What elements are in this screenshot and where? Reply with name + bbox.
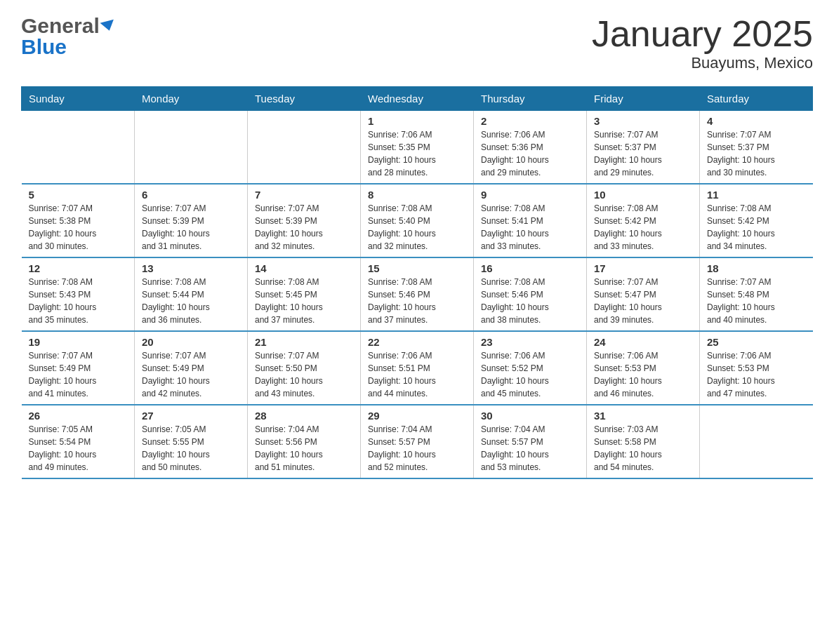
day-info: Sunrise: 7:03 AM Sunset: 5:58 PM Dayligh… [594,423,692,474]
logo: General Blue [21,14,115,59]
day-number: 12 [29,262,128,274]
calendar-cell: 28Sunrise: 7:04 AM Sunset: 5:56 PM Dayli… [248,405,361,478]
calendar-cell: 20Sunrise: 7:07 AM Sunset: 5:49 PM Dayli… [135,331,248,405]
calendar-cell: 25Sunrise: 7:06 AM Sunset: 5:53 PM Dayli… [700,331,813,405]
calendar-cell: 11Sunrise: 7:08 AM Sunset: 5:42 PM Dayli… [700,184,813,257]
day-number: 11 [707,189,806,201]
day-number: 16 [481,262,579,274]
day-info: Sunrise: 7:07 AM Sunset: 5:48 PM Dayligh… [707,276,806,326]
calendar-cell: 2Sunrise: 7:06 AM Sunset: 5:36 PM Daylig… [474,111,587,185]
day-number: 6 [142,189,240,201]
day-of-week-header: Saturday [700,87,813,111]
calendar-cell: 31Sunrise: 7:03 AM Sunset: 5:58 PM Dayli… [587,405,700,478]
day-info: Sunrise: 7:06 AM Sunset: 5:53 PM Dayligh… [594,349,692,400]
calendar-cell: 6Sunrise: 7:07 AM Sunset: 5:39 PM Daylig… [135,184,248,257]
day-of-week-header: Thursday [474,87,587,111]
day-info: Sunrise: 7:08 AM Sunset: 5:42 PM Dayligh… [707,202,806,253]
day-number: 5 [29,189,128,201]
day-info: Sunrise: 7:08 AM Sunset: 5:44 PM Dayligh… [142,276,240,326]
day-info: Sunrise: 7:07 AM Sunset: 5:38 PM Dayligh… [29,202,128,253]
day-of-week-header: Tuesday [248,87,361,111]
day-info: Sunrise: 7:05 AM Sunset: 5:54 PM Dayligh… [29,423,128,474]
day-info: Sunrise: 7:08 AM Sunset: 5:41 PM Dayligh… [481,202,579,253]
day-info: Sunrise: 7:08 AM Sunset: 5:45 PM Dayligh… [255,276,353,326]
day-info: Sunrise: 7:08 AM Sunset: 5:40 PM Dayligh… [368,202,466,253]
calendar-cell: 9Sunrise: 7:08 AM Sunset: 5:41 PM Daylig… [474,184,587,257]
day-of-week-header: Monday [135,87,248,111]
day-number: 24 [594,336,692,348]
calendar-cell: 10Sunrise: 7:08 AM Sunset: 5:42 PM Dayli… [587,184,700,257]
day-info: Sunrise: 7:05 AM Sunset: 5:55 PM Dayligh… [142,423,240,474]
day-info: Sunrise: 7:06 AM Sunset: 5:35 PM Dayligh… [368,128,466,179]
day-number: 29 [368,410,466,422]
day-info: Sunrise: 7:08 AM Sunset: 5:46 PM Dayligh… [481,276,579,326]
calendar-cell [135,111,248,185]
day-info: Sunrise: 7:08 AM Sunset: 5:43 PM Dayligh… [29,276,128,326]
day-info: Sunrise: 7:07 AM Sunset: 5:49 PM Dayligh… [29,349,128,400]
calendar-cell: 1Sunrise: 7:06 AM Sunset: 5:35 PM Daylig… [361,111,474,185]
day-number: 30 [481,410,579,422]
calendar-cell: 27Sunrise: 7:05 AM Sunset: 5:55 PM Dayli… [135,405,248,478]
calendar-week-row: 5Sunrise: 7:07 AM Sunset: 5:38 PM Daylig… [22,184,813,257]
day-number: 25 [707,336,806,348]
calendar-location: Buayums, Mexico [592,54,813,72]
day-info: Sunrise: 7:07 AM Sunset: 5:37 PM Dayligh… [707,128,806,179]
calendar-cell: 19Sunrise: 7:07 AM Sunset: 5:49 PM Dayli… [22,331,135,405]
day-info: Sunrise: 7:04 AM Sunset: 5:56 PM Dayligh… [255,423,353,474]
calendar-table: SundayMondayTuesdayWednesdayThursdayFrid… [21,86,813,479]
day-number: 26 [29,410,128,422]
calendar-cell: 23Sunrise: 7:06 AM Sunset: 5:52 PM Dayli… [474,331,587,405]
calendar-header-row: SundayMondayTuesdayWednesdayThursdayFrid… [22,87,813,111]
day-of-week-header: Friday [587,87,700,111]
day-info: Sunrise: 7:06 AM Sunset: 5:36 PM Dayligh… [481,128,579,179]
day-number: 9 [481,189,579,201]
calendar-cell [22,111,135,185]
calendar-cell: 14Sunrise: 7:08 AM Sunset: 5:45 PM Dayli… [248,257,361,331]
day-number: 3 [594,115,692,127]
day-number: 13 [142,262,240,274]
day-number: 23 [481,336,579,348]
day-of-week-header: Wednesday [361,87,474,111]
calendar-cell: 8Sunrise: 7:08 AM Sunset: 5:40 PM Daylig… [361,184,474,257]
day-info: Sunrise: 7:04 AM Sunset: 5:57 PM Dayligh… [481,423,579,474]
day-number: 4 [707,115,806,127]
title-block: January 2025 Buayums, Mexico [592,14,813,72]
day-info: Sunrise: 7:08 AM Sunset: 5:42 PM Dayligh… [594,202,692,253]
day-number: 28 [255,410,353,422]
calendar-week-row: 1Sunrise: 7:06 AM Sunset: 5:35 PM Daylig… [22,111,813,185]
day-number: 1 [368,115,466,127]
calendar-title: January 2025 [592,14,813,54]
calendar-week-row: 12Sunrise: 7:08 AM Sunset: 5:43 PM Dayli… [22,257,813,331]
calendar-cell: 3Sunrise: 7:07 AM Sunset: 5:37 PM Daylig… [587,111,700,185]
calendar-cell: 18Sunrise: 7:07 AM Sunset: 5:48 PM Dayli… [700,257,813,331]
day-info: Sunrise: 7:07 AM Sunset: 5:47 PM Dayligh… [594,276,692,326]
calendar-cell: 17Sunrise: 7:07 AM Sunset: 5:47 PM Dayli… [587,257,700,331]
day-info: Sunrise: 7:06 AM Sunset: 5:51 PM Dayligh… [368,349,466,400]
day-number: 7 [255,189,353,201]
day-number: 17 [594,262,692,274]
calendar-cell: 29Sunrise: 7:04 AM Sunset: 5:57 PM Dayli… [361,405,474,478]
calendar-week-row: 19Sunrise: 7:07 AM Sunset: 5:49 PM Dayli… [22,331,813,405]
calendar-cell: 26Sunrise: 7:05 AM Sunset: 5:54 PM Dayli… [22,405,135,478]
day-number: 22 [368,336,466,348]
day-info: Sunrise: 7:07 AM Sunset: 5:39 PM Dayligh… [255,202,353,253]
day-of-week-header: Sunday [22,87,135,111]
calendar-cell: 12Sunrise: 7:08 AM Sunset: 5:43 PM Dayli… [22,257,135,331]
day-info: Sunrise: 7:04 AM Sunset: 5:57 PM Dayligh… [368,423,466,474]
calendar-cell: 21Sunrise: 7:07 AM Sunset: 5:50 PM Dayli… [248,331,361,405]
day-info: Sunrise: 7:07 AM Sunset: 5:37 PM Dayligh… [594,128,692,179]
calendar-cell [700,405,813,478]
day-number: 21 [255,336,353,348]
calendar-cell: 13Sunrise: 7:08 AM Sunset: 5:44 PM Dayli… [135,257,248,331]
day-info: Sunrise: 7:07 AM Sunset: 5:50 PM Dayligh… [255,349,353,400]
day-number: 2 [481,115,579,127]
calendar-cell: 24Sunrise: 7:06 AM Sunset: 5:53 PM Dayli… [587,331,700,405]
day-info: Sunrise: 7:07 AM Sunset: 5:49 PM Dayligh… [142,349,240,400]
day-number: 31 [594,410,692,422]
calendar-cell: 22Sunrise: 7:06 AM Sunset: 5:51 PM Dayli… [361,331,474,405]
day-info: Sunrise: 7:07 AM Sunset: 5:39 PM Dayligh… [142,202,240,253]
calendar-cell: 4Sunrise: 7:07 AM Sunset: 5:37 PM Daylig… [700,111,813,185]
calendar-week-row: 26Sunrise: 7:05 AM Sunset: 5:54 PM Dayli… [22,405,813,478]
day-number: 15 [368,262,466,274]
calendar-cell: 5Sunrise: 7:07 AM Sunset: 5:38 PM Daylig… [22,184,135,257]
